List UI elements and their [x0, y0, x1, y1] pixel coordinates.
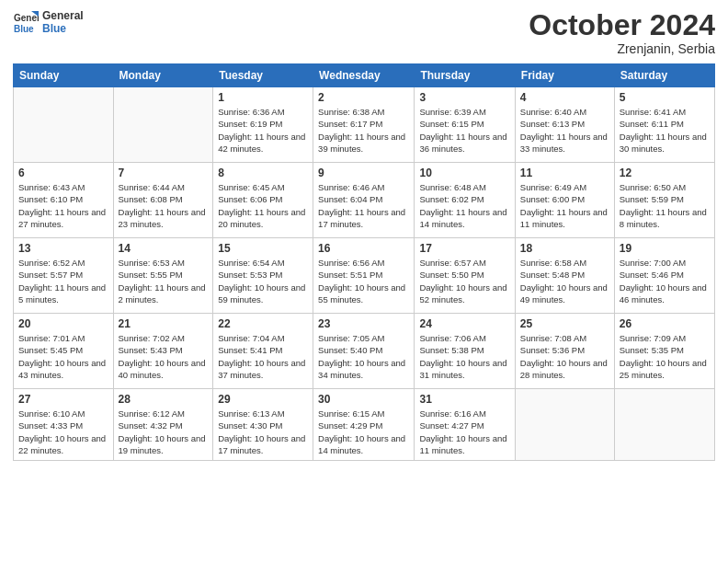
- calendar-cell: 7Sunrise: 6:44 AMSunset: 6:08 PMDaylight…: [113, 163, 213, 238]
- day-info: Sunrise: 6:58 AMSunset: 5:48 PMDaylight:…: [520, 257, 609, 305]
- logo-blue: Blue: [42, 22, 66, 35]
- header: General Blue General Blue October 2024 Z…: [13, 9, 715, 56]
- title-block: October 2024 Zrenjanin, Serbia: [529, 9, 715, 56]
- day-number: 13: [18, 242, 108, 255]
- calendar-cell: [614, 389, 714, 461]
- calendar-cell: 15Sunrise: 6:54 AMSunset: 5:53 PMDayligh…: [213, 238, 313, 314]
- day-info: Sunrise: 7:02 AMSunset: 5:43 PMDaylight:…: [119, 332, 209, 381]
- day-number: 25: [520, 317, 609, 330]
- header-wednesday: Wednesday: [313, 64, 415, 87]
- day-info: Sunrise: 6:41 AMSunset: 6:11 PMDaylight:…: [620, 106, 710, 155]
- calendar-cell: 4Sunrise: 6:40 AMSunset: 6:13 PMDaylight…: [515, 87, 614, 163]
- day-info: Sunrise: 6:12 AMSunset: 4:32 PMDaylight:…: [119, 408, 209, 456]
- svg-text:General: General: [14, 13, 39, 23]
- day-number: 14: [119, 242, 209, 255]
- day-info: Sunrise: 6:36 AMSunset: 6:19 PMDaylight:…: [218, 106, 308, 155]
- day-number: 31: [419, 393, 509, 406]
- calendar-cell: 22Sunrise: 7:04 AMSunset: 5:41 PMDayligh…: [213, 314, 313, 389]
- calendar-cell: 25Sunrise: 7:08 AMSunset: 5:36 PMDayligh…: [515, 314, 614, 389]
- day-info: Sunrise: 6:13 AMSunset: 4:30 PMDaylight:…: [218, 408, 308, 456]
- day-number: 16: [318, 242, 409, 255]
- day-number: 19: [620, 242, 710, 255]
- calendar-cell: 31Sunrise: 6:16 AMSunset: 4:27 PMDayligh…: [415, 389, 515, 461]
- page: General Blue General Blue October 2024 Z…: [0, 0, 728, 563]
- day-number: 12: [620, 167, 710, 179]
- calendar-cell: 18Sunrise: 6:58 AMSunset: 5:48 PMDayligh…: [515, 238, 614, 314]
- month-title: October 2024: [529, 9, 715, 41]
- day-number: 26: [620, 317, 710, 330]
- day-info: Sunrise: 6:16 AMSunset: 4:27 PMDaylight:…: [419, 408, 509, 456]
- day-info: Sunrise: 7:05 AMSunset: 5:40 PMDaylight:…: [318, 332, 409, 381]
- day-number: 21: [119, 317, 209, 330]
- calendar-cell: 5Sunrise: 6:41 AMSunset: 6:11 PMDaylight…: [614, 87, 714, 163]
- day-info: Sunrise: 6:53 AMSunset: 5:55 PMDaylight:…: [119, 257, 209, 305]
- day-info: Sunrise: 7:01 AMSunset: 5:45 PMDaylight:…: [18, 332, 108, 381]
- header-friday: Friday: [515, 64, 614, 87]
- calendar-cell: 29Sunrise: 6:13 AMSunset: 4:30 PMDayligh…: [213, 389, 313, 461]
- day-info: Sunrise: 7:00 AMSunset: 5:46 PMDaylight:…: [620, 257, 710, 305]
- day-number: 9: [318, 167, 409, 179]
- day-number: 28: [119, 393, 209, 406]
- day-info: Sunrise: 6:43 AMSunset: 6:10 PMDaylight:…: [18, 181, 108, 230]
- day-number: 11: [520, 167, 609, 179]
- day-number: 27: [18, 393, 108, 406]
- calendar-cell: 27Sunrise: 6:10 AMSunset: 4:33 PMDayligh…: [14, 389, 114, 461]
- day-info: Sunrise: 7:06 AMSunset: 5:38 PMDaylight:…: [419, 332, 509, 381]
- calendar-cell: [515, 389, 614, 461]
- day-number: 10: [419, 167, 509, 179]
- calendar-cell: 10Sunrise: 6:48 AMSunset: 6:02 PMDayligh…: [415, 163, 515, 238]
- header-monday: Monday: [113, 64, 213, 87]
- day-number: 18: [520, 242, 609, 255]
- location: Zrenjanin, Serbia: [529, 41, 715, 56]
- day-number: 29: [218, 393, 308, 406]
- calendar-cell: 28Sunrise: 6:12 AMSunset: 4:32 PMDayligh…: [113, 389, 213, 461]
- calendar-cell: 17Sunrise: 6:57 AMSunset: 5:50 PMDayligh…: [415, 238, 515, 314]
- calendar-cell: 23Sunrise: 7:05 AMSunset: 5:40 PMDayligh…: [313, 314, 415, 389]
- day-number: 3: [419, 91, 509, 104]
- day-number: 5: [620, 91, 710, 104]
- day-info: Sunrise: 6:57 AMSunset: 5:50 PMDaylight:…: [419, 257, 509, 305]
- day-info: Sunrise: 7:04 AMSunset: 5:41 PMDaylight:…: [218, 332, 308, 381]
- header-sunday: Sunday: [14, 64, 114, 87]
- day-info: Sunrise: 6:44 AMSunset: 6:08 PMDaylight:…: [119, 181, 209, 230]
- calendar-cell: 2Sunrise: 6:38 AMSunset: 6:17 PMDaylight…: [313, 87, 415, 163]
- day-number: 20: [18, 317, 108, 330]
- day-info: Sunrise: 6:48 AMSunset: 6:02 PMDaylight:…: [419, 181, 509, 230]
- calendar-cell: 9Sunrise: 6:46 AMSunset: 6:04 PMDaylight…: [313, 163, 415, 238]
- calendar-cell: 3Sunrise: 6:39 AMSunset: 6:15 PMDaylight…: [415, 87, 515, 163]
- day-number: 15: [218, 242, 308, 255]
- day-number: 17: [419, 242, 509, 255]
- day-info: Sunrise: 6:50 AMSunset: 5:59 PMDaylight:…: [620, 181, 710, 230]
- logo-general: General: [42, 9, 84, 22]
- logo: General Blue General Blue: [13, 9, 84, 36]
- day-number: 24: [419, 317, 509, 330]
- day-number: 22: [218, 317, 308, 330]
- header-thursday: Thursday: [415, 64, 515, 87]
- logo-icon: General Blue: [13, 9, 39, 35]
- calendar-cell: 8Sunrise: 6:45 AMSunset: 6:06 PMDaylight…: [213, 163, 313, 238]
- calendar-cell: 13Sunrise: 6:52 AMSunset: 5:57 PMDayligh…: [14, 238, 114, 314]
- day-number: 6: [18, 167, 108, 179]
- calendar-cell: 21Sunrise: 7:02 AMSunset: 5:43 PMDayligh…: [113, 314, 213, 389]
- logo-text-block: General Blue: [42, 9, 84, 36]
- calendar: Sunday Monday Tuesday Wednesday Thursday…: [13, 63, 715, 461]
- calendar-cell: [14, 87, 114, 163]
- day-number: 8: [218, 167, 308, 179]
- header-tuesday: Tuesday: [213, 64, 313, 87]
- day-number: 7: [119, 167, 209, 179]
- calendar-cell: 24Sunrise: 7:06 AMSunset: 5:38 PMDayligh…: [415, 314, 515, 389]
- day-info: Sunrise: 6:39 AMSunset: 6:15 PMDaylight:…: [419, 106, 509, 155]
- calendar-cell: 19Sunrise: 7:00 AMSunset: 5:46 PMDayligh…: [614, 238, 714, 314]
- day-number: 30: [318, 393, 409, 406]
- header-saturday: Saturday: [614, 64, 714, 87]
- day-info: Sunrise: 6:15 AMSunset: 4:29 PMDaylight:…: [318, 408, 409, 456]
- day-info: Sunrise: 6:10 AMSunset: 4:33 PMDaylight:…: [18, 408, 108, 456]
- svg-text:Blue: Blue: [14, 24, 34, 34]
- calendar-cell: 20Sunrise: 7:01 AMSunset: 5:45 PMDayligh…: [14, 314, 114, 389]
- calendar-cell: 26Sunrise: 7:09 AMSunset: 5:35 PMDayligh…: [614, 314, 714, 389]
- calendar-cell: 11Sunrise: 6:49 AMSunset: 6:00 PMDayligh…: [515, 163, 614, 238]
- day-info: Sunrise: 7:09 AMSunset: 5:35 PMDaylight:…: [620, 332, 710, 381]
- day-info: Sunrise: 6:45 AMSunset: 6:06 PMDaylight:…: [218, 181, 308, 230]
- day-info: Sunrise: 6:49 AMSunset: 6:00 PMDaylight:…: [520, 181, 609, 230]
- calendar-cell: 16Sunrise: 6:56 AMSunset: 5:51 PMDayligh…: [313, 238, 415, 314]
